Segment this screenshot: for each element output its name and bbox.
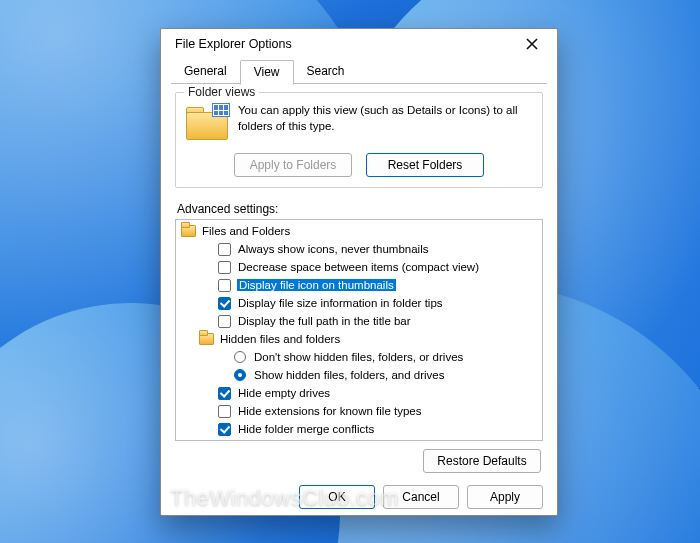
cancel-button[interactable]: Cancel bbox=[383, 485, 459, 509]
tree-label: Hide extensions for known file types bbox=[237, 405, 422, 417]
tree-item[interactable]: Display the full path in the title bar bbox=[176, 312, 542, 330]
tree-label: Hide empty drives bbox=[237, 387, 331, 399]
folder-views-description: You can apply this view (such as Details… bbox=[238, 103, 532, 134]
tab-strip: General View Search bbox=[161, 59, 557, 84]
checkbox-icon bbox=[216, 421, 232, 437]
checkbox-icon bbox=[216, 385, 232, 401]
close-button[interactable] bbox=[517, 29, 547, 59]
folder-icon bbox=[180, 223, 196, 239]
checkbox-icon bbox=[216, 241, 232, 257]
tab-view[interactable]: View bbox=[240, 60, 294, 85]
tree-label: Display file size information in folder … bbox=[237, 297, 444, 309]
title-bar: File Explorer Options bbox=[161, 29, 557, 59]
folder-views-legend: Folder views bbox=[184, 85, 259, 99]
reset-folders-button[interactable]: Reset Folders bbox=[366, 153, 484, 177]
checkbox-icon bbox=[216, 313, 232, 329]
close-icon bbox=[526, 38, 538, 50]
tree-label: Decrease space between items (compact vi… bbox=[237, 261, 480, 273]
folder-icon bbox=[198, 331, 214, 347]
dialog-title: File Explorer Options bbox=[175, 37, 517, 51]
tree-label: Show hidden files, folders, and drives bbox=[253, 369, 446, 381]
checkbox-icon bbox=[216, 259, 232, 275]
tree-item[interactable]: Decrease space between items (compact vi… bbox=[176, 258, 542, 276]
radio-icon bbox=[232, 349, 248, 365]
advanced-settings-tree[interactable]: Files and Folders Always show icons, nev… bbox=[175, 219, 543, 441]
checkbox-icon bbox=[216, 295, 232, 311]
apply-button[interactable]: Apply bbox=[467, 485, 543, 509]
tree-folder[interactable]: Hidden files and folders bbox=[176, 330, 542, 348]
checkbox-icon bbox=[216, 277, 232, 293]
tree-label: Always show icons, never thumbnails bbox=[237, 243, 429, 255]
checkbox-icon bbox=[216, 403, 232, 419]
tree-label: Hidden files and folders bbox=[219, 333, 341, 345]
tree-item[interactable]: Don't show hidden files, folders, or dri… bbox=[176, 348, 542, 366]
tree-label: Display the full path in the title bar bbox=[237, 315, 412, 327]
advanced-settings-label: Advanced settings: bbox=[177, 202, 543, 216]
file-explorer-options-dialog: File Explorer Options General View Searc… bbox=[160, 28, 558, 516]
tree-item[interactable]: Always show icons, never thumbnails bbox=[176, 240, 542, 258]
tree-label: Display file icon on thumbnails bbox=[237, 279, 396, 291]
tree-item[interactable]: Display file icon on thumbnails bbox=[176, 276, 542, 294]
tab-search[interactable]: Search bbox=[294, 60, 358, 85]
tree-item[interactable]: Show hidden files, folders, and drives bbox=[176, 366, 542, 384]
tree-item[interactable]: Display file size information in folder … bbox=[176, 294, 542, 312]
folder-views-icon bbox=[186, 105, 228, 143]
dialog-actions: OK Cancel Apply bbox=[161, 477, 557, 521]
radio-icon bbox=[232, 367, 248, 383]
tab-general[interactable]: General bbox=[171, 60, 240, 85]
folder-views-group: Folder views You can apply this view (su… bbox=[175, 92, 543, 188]
tree-item[interactable]: Hide folder merge conflicts bbox=[176, 420, 542, 438]
tree-item[interactable]: Hide extensions for known file types bbox=[176, 402, 542, 420]
tree-item[interactable]: Hide empty drives bbox=[176, 384, 542, 402]
tree-label: Hide folder merge conflicts bbox=[237, 423, 375, 435]
tree-folder-root[interactable]: Files and Folders bbox=[176, 222, 542, 240]
tree-label: Don't show hidden files, folders, or dri… bbox=[253, 351, 464, 363]
apply-to-folders-button: Apply to Folders bbox=[234, 153, 352, 177]
dialog-body: Folder views You can apply this view (su… bbox=[161, 84, 557, 477]
tree-label: Files and Folders bbox=[201, 225, 291, 237]
restore-defaults-button[interactable]: Restore Defaults bbox=[423, 449, 541, 473]
ok-button[interactable]: OK bbox=[299, 485, 375, 509]
